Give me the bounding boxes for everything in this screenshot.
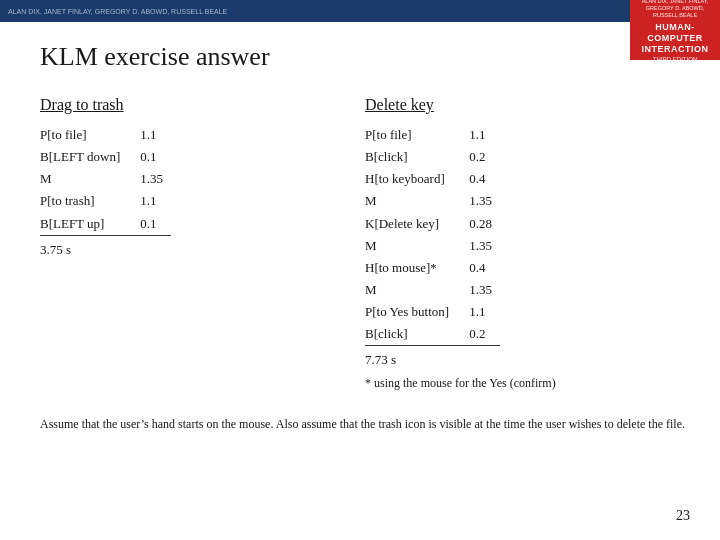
bottom-note: Assume that the user’s hand starts on th… bbox=[40, 415, 690, 434]
step-action: B[click] bbox=[365, 146, 457, 168]
step-value: 1.1 bbox=[128, 190, 171, 212]
top-banner: ALAN DIX, JANET FINLAY, GREGORY D. ABOWD… bbox=[0, 0, 720, 22]
table-row: B[LEFT up]0.1 bbox=[40, 213, 171, 236]
step-value: 0.2 bbox=[457, 323, 500, 346]
step-value: 0.28 bbox=[457, 213, 500, 235]
delete-column: Delete key P[to file]1.1B[click]0.2H[to … bbox=[365, 96, 690, 391]
step-action: B[LEFT down] bbox=[40, 146, 128, 168]
table-row: M1.35 bbox=[365, 279, 500, 301]
delete-table: P[to file]1.1B[click]0.2H[to keyboard]0.… bbox=[365, 124, 500, 372]
drag-total-label: 3.75 s bbox=[40, 239, 171, 261]
bottom-section: Assume that the user’s hand starts on th… bbox=[40, 415, 690, 434]
step-value: 1.35 bbox=[128, 168, 171, 190]
table-row: P[to Yes button]1.1 bbox=[365, 301, 500, 323]
table-row: P[to file]1.1 bbox=[40, 124, 171, 146]
drag-total-row: 3.75 s bbox=[40, 239, 171, 261]
step-value: 1.1 bbox=[457, 124, 500, 146]
logo-box: ALAN DIX, JANET FINLAY, GREGORY D. ABOWD… bbox=[630, 0, 720, 60]
step-value: 1.35 bbox=[457, 235, 500, 257]
main-content: KLM exercise answer Drag to trash P[to f… bbox=[0, 22, 720, 454]
step-value: 1.35 bbox=[457, 279, 500, 301]
page-number: 23 bbox=[676, 508, 690, 524]
logo-title: HUMAN-COMPUTER INTERACTION bbox=[634, 22, 716, 54]
table-row: K[Delete key]0.28 bbox=[365, 213, 500, 235]
step-value: 0.4 bbox=[457, 257, 500, 279]
step-value: 0.1 bbox=[128, 213, 171, 236]
step-action: H[to mouse]* bbox=[365, 257, 457, 279]
step-action: P[to file] bbox=[365, 124, 457, 146]
logo-authors: ALAN DIX, JANET FINLAY, GREGORY D. ABOWD… bbox=[634, 0, 716, 19]
table-row: B[click]0.2 bbox=[365, 323, 500, 346]
table-row: B[LEFT down]0.1 bbox=[40, 146, 171, 168]
table-row: M1.35 bbox=[365, 190, 500, 212]
step-action: M bbox=[40, 168, 128, 190]
step-action: K[Delete key] bbox=[365, 213, 457, 235]
step-action: P[to file] bbox=[40, 124, 128, 146]
delete-total-label: 7.73 s bbox=[365, 349, 500, 371]
logo-edition: THIRD EDITION bbox=[653, 56, 697, 62]
step-value: 0.2 bbox=[457, 146, 500, 168]
step-action: B[LEFT up] bbox=[40, 213, 128, 236]
step-action: M bbox=[365, 235, 457, 257]
table-row: H[to mouse]*0.4 bbox=[365, 257, 500, 279]
drag-column: Drag to trash P[to file]1.1B[LEFT down]0… bbox=[40, 96, 365, 391]
step-value: 0.4 bbox=[457, 168, 500, 190]
delete-note: * using the mouse for the Yes (confirm) bbox=[365, 376, 690, 391]
step-action: P[to Yes button] bbox=[365, 301, 457, 323]
page-title: KLM exercise answer bbox=[40, 42, 690, 72]
table-row: P[to trash]1.1 bbox=[40, 190, 171, 212]
step-action: M bbox=[365, 190, 457, 212]
step-value: 1.35 bbox=[457, 190, 500, 212]
delete-heading: Delete key bbox=[365, 96, 690, 114]
step-action: M bbox=[365, 279, 457, 301]
columns-layout: Drag to trash P[to file]1.1B[LEFT down]0… bbox=[40, 96, 690, 391]
table-row: B[click]0.2 bbox=[365, 146, 500, 168]
step-value: 1.1 bbox=[457, 301, 500, 323]
table-row: M1.35 bbox=[365, 235, 500, 257]
drag-heading: Drag to trash bbox=[40, 96, 365, 114]
delete-total-row: 7.73 s bbox=[365, 349, 500, 371]
banner-text: ALAN DIX, JANET FINLAY, GREGORY D. ABOWD… bbox=[8, 8, 712, 15]
table-row: M1.35 bbox=[40, 168, 171, 190]
step-action: H[to keyboard] bbox=[365, 168, 457, 190]
step-value: 1.1 bbox=[128, 124, 171, 146]
step-value: 0.1 bbox=[128, 146, 171, 168]
table-row: H[to keyboard]0.4 bbox=[365, 168, 500, 190]
drag-table: P[to file]1.1B[LEFT down]0.1M1.35P[to tr… bbox=[40, 124, 171, 261]
step-action: B[click] bbox=[365, 323, 457, 346]
table-row: P[to file]1.1 bbox=[365, 124, 500, 146]
step-action: P[to trash] bbox=[40, 190, 128, 212]
